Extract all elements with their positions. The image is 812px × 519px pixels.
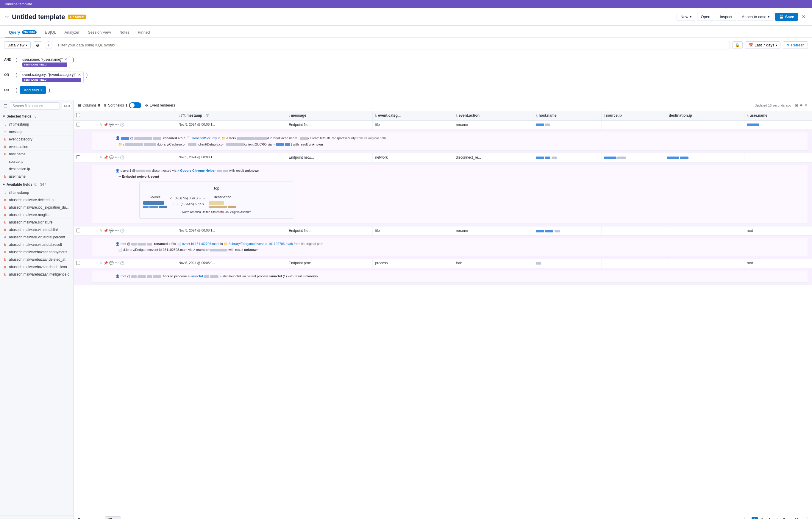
columns-toggle[interactable]: ⊞ Columns 8 bbox=[78, 103, 100, 108]
add-field-button[interactable]: Add field ▾ bbox=[20, 86, 46, 94]
field-item-eventaction-selected[interactable]: k event.action bbox=[0, 143, 74, 151]
page-num-1[interactable]: 1 bbox=[752, 517, 758, 519]
comment-icon[interactable]: 💬 bbox=[109, 155, 114, 160]
th-eventaction[interactable]: k event.action bbox=[453, 111, 533, 120]
settings-view-button[interactable]: ✕ bbox=[804, 103, 808, 108]
field-item-abusech-vtpct[interactable]: # abusech.malware.virustotal.percent bbox=[0, 234, 74, 241]
data-view-button[interactable]: Data view ▾ bbox=[4, 41, 31, 49]
field-item-eventcategory-selected[interactable]: k event.category bbox=[0, 136, 74, 143]
row-checkbox[interactable] bbox=[76, 261, 80, 265]
th-eventcategory[interactable]: k event.categ... bbox=[373, 111, 453, 120]
add-filter-button[interactable]: + bbox=[45, 41, 52, 49]
clock-icon[interactable]: 🕐 bbox=[120, 155, 124, 160]
rows-per-page-select[interactable]: 25 50 100 bbox=[105, 516, 121, 519]
pin-icon[interactable]: 📌 bbox=[104, 229, 108, 233]
clock-icon[interactable]: 🕐 bbox=[120, 229, 124, 233]
available-fields-header[interactable]: ▾ Available fields ⓘ 347 bbox=[0, 180, 74, 189]
filter-chip-category[interactable]: event.category: "{event.category}" ✕ TEM… bbox=[20, 71, 84, 83]
tab-query[interactable]: Query 2021016 bbox=[5, 28, 41, 37]
list-view-button[interactable]: ≡ bbox=[800, 103, 803, 108]
th-hostname[interactable]: k host.name bbox=[533, 111, 602, 120]
next-page-button[interactable]: › bbox=[802, 517, 808, 519]
sidebar-toggle-button[interactable]: ☰ bbox=[3, 103, 8, 109]
sort-toggle-switch[interactable] bbox=[129, 103, 141, 108]
field-item-message-selected[interactable]: t message bbox=[0, 128, 74, 136]
kql-input[interactable] bbox=[55, 41, 730, 49]
select-all-checkbox[interactable] bbox=[76, 113, 80, 117]
pin-icon[interactable]: 📌 bbox=[104, 155, 108, 160]
filter-icon-button[interactable]: ⚙ bbox=[33, 41, 42, 49]
comment-icon[interactable]: 💬 bbox=[109, 261, 114, 265]
filter-count-button[interactable]: ⚙ 0 bbox=[62, 103, 72, 109]
filter-chip-close-icon[interactable]: ✕ bbox=[64, 57, 67, 62]
pin-icon[interactable]: 📌 bbox=[104, 123, 108, 127]
field-item-username-selected[interactable]: k user.name bbox=[0, 173, 74, 180]
clock-icon[interactable]: 🕐 bbox=[120, 123, 124, 127]
expand-icon[interactable]: ✎ bbox=[99, 123, 103, 127]
date-picker-button[interactable]: 📅 Last 7 days ▾ bbox=[745, 41, 781, 49]
th-timestamp[interactable]: t @timestamp ↓ ⓘ bbox=[176, 111, 286, 120]
row-checkbox[interactable] bbox=[76, 123, 80, 126]
field-item-hostname-selected[interactable]: k host.name bbox=[0, 151, 74, 158]
grid-view-button[interactable]: ⊟ bbox=[795, 103, 798, 108]
sort-arrow-icon[interactable]: ↓ bbox=[203, 114, 205, 117]
comment-icon[interactable]: 💬 bbox=[109, 123, 114, 127]
clock-icon[interactable]: 🕐 bbox=[120, 261, 124, 265]
close-button[interactable]: ✕ bbox=[800, 13, 807, 20]
field-item-sourceip-selected[interactable]: i source.ip bbox=[0, 158, 74, 166]
more-icon[interactable]: ••• bbox=[115, 261, 119, 265]
tab-session-view[interactable]: Session View bbox=[84, 28, 115, 37]
prev-page-button[interactable]: ‹ bbox=[745, 517, 750, 519]
tab-analyzer[interactable]: Analyzer bbox=[60, 28, 84, 37]
row-checkbox[interactable] bbox=[76, 229, 80, 232]
more-icon[interactable]: ••• bbox=[115, 155, 119, 160]
add-a-field-link[interactable]: ✚ Add a field bbox=[0, 515, 74, 519]
lock-button[interactable]: 🔒 bbox=[732, 41, 743, 49]
field-item-abusech-bazaar-anon[interactable]: k abusech.malwarebazaar.anonymous bbox=[0, 249, 74, 256]
field-item-abusech-vtlink[interactable]: k abusech.malware.virustotal.link bbox=[0, 226, 74, 234]
new-button[interactable]: New ▾ bbox=[676, 13, 695, 21]
field-item-abusech-bazaar-deleted[interactable]: k abusech.malwarebazaar.deleted_at bbox=[0, 256, 74, 263]
th-username[interactable]: k user.name bbox=[744, 111, 812, 120]
tab-esql[interactable]: ES|QL bbox=[41, 28, 60, 37]
th-destip[interactable]: i destination.ip bbox=[664, 111, 745, 120]
refresh-button[interactable]: ↻ Refresh bbox=[783, 41, 808, 49]
save-button[interactable]: 💾 Save bbox=[775, 13, 798, 21]
field-item-timestamp-selected[interactable]: t @timestamp bbox=[0, 121, 74, 128]
star-icon[interactable]: ☆ bbox=[5, 14, 9, 20]
sort-fields-toggle[interactable]: ⇅ Sort fields 1 bbox=[104, 103, 141, 108]
filter-chip-close-icon[interactable]: ✕ bbox=[78, 73, 81, 77]
expand-icon[interactable]: ✎ bbox=[99, 229, 103, 233]
comment-icon[interactable]: 💬 bbox=[109, 229, 114, 233]
page-num-5[interactable]: 5 bbox=[781, 517, 787, 519]
field-item-timestamp-available[interactable]: t @timestamp bbox=[0, 189, 74, 196]
event-renderers-toggle[interactable]: ⚙ Event renderers bbox=[145, 103, 175, 108]
field-item-abusech-bazaar-intel[interactable]: k abusech.malwarebazaar.intelligence.d bbox=[0, 271, 74, 278]
field-item-abusech-magika[interactable]: k abusech.malware.magika bbox=[0, 211, 74, 219]
field-item-abusech-bazaar-dhash[interactable]: k abusech.malwarebazaar.dhash_icon bbox=[0, 263, 74, 271]
filter-chip-username[interactable]: user.name: "{user.name}" ✕ TEMPLATE FIEL… bbox=[20, 56, 70, 68]
field-item-abusech-signature[interactable]: k abusech.malware.signature bbox=[0, 219, 74, 226]
more-icon[interactable]: ••• bbox=[115, 229, 119, 233]
field-item-abusech-deleted[interactable]: k abusech.malware.deleted_at bbox=[0, 196, 74, 204]
pin-icon[interactable]: 📌 bbox=[104, 261, 108, 265]
row-checkbox[interactable] bbox=[76, 155, 80, 159]
page-num-4[interactable]: 4 bbox=[774, 517, 780, 519]
page-num-3[interactable]: 3 bbox=[766, 517, 773, 519]
open-button[interactable]: Open bbox=[697, 13, 714, 21]
tab-pinned[interactable]: Pinned bbox=[134, 28, 154, 37]
page-num-20[interactable]: 20 bbox=[793, 517, 801, 519]
th-sourceip[interactable]: i source.ip bbox=[601, 111, 664, 120]
inspect-button[interactable]: Inspect bbox=[716, 13, 736, 21]
th-message[interactable]: t message bbox=[286, 111, 373, 120]
tab-notes[interactable]: Notes bbox=[115, 28, 134, 37]
attach-to-case-button[interactable]: Attach to case ▾ bbox=[738, 13, 773, 21]
field-item-abusech-ioc[interactable]: k abusech.malware.ioc_expiration_duratio… bbox=[0, 204, 74, 211]
expand-icon[interactable]: ✎ bbox=[99, 261, 103, 265]
field-item-destip-selected[interactable]: i destination.ip bbox=[0, 166, 74, 173]
page-num-2[interactable]: 2 bbox=[759, 517, 765, 519]
more-icon[interactable]: ••• bbox=[115, 123, 119, 127]
selected-fields-header[interactable]: ▾ Selected fields 8 bbox=[0, 112, 74, 121]
expand-icon[interactable]: ✎ bbox=[99, 155, 103, 160]
field-item-abusech-vtresult[interactable]: k abusech.malware.virustotal.result bbox=[0, 241, 74, 249]
